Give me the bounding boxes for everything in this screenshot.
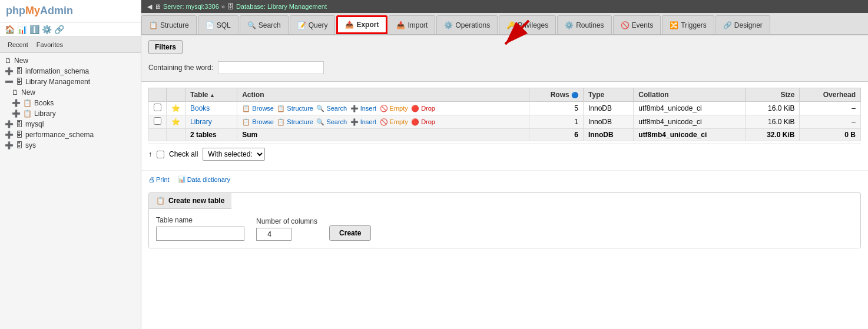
- home-icon[interactable]: 🏠: [5, 25, 15, 34]
- summary-count: 2 tables: [185, 129, 237, 141]
- columns-group: Number of columns 4: [256, 217, 317, 241]
- status-icon[interactable]: 📊: [17, 25, 27, 34]
- sidebar-item-information-schema[interactable]: ➕ 🗄 information_schema: [0, 66, 141, 77]
- empty-books[interactable]: 🚫 Empty: [380, 105, 408, 112]
- search-library[interactable]: 🔍 Search: [316, 118, 347, 126]
- mysql-label[interactable]: mysql: [25, 120, 44, 128]
- library-table-link[interactable]: Library: [190, 118, 212, 126]
- row-size-library: 16.0 KiB: [746, 115, 800, 129]
- row-checkbox-library[interactable]: [149, 115, 167, 129]
- tables-table: Table Action Rows 🔵 Type Collation Size …: [148, 88, 861, 141]
- sidebar-item-new-lib[interactable]: 🗋 New: [0, 87, 141, 98]
- summary-row: 2 tables Sum 6 InnoDB utf8mb4_unicode_ci…: [149, 129, 861, 141]
- create-table-button[interactable]: Create: [329, 225, 371, 241]
- tab-designer[interactable]: 🔗 Designer: [715, 15, 770, 34]
- th-collation: Collation: [634, 88, 746, 102]
- tab-query[interactable]: 📝 Query: [290, 15, 336, 34]
- sidebar-item-sys[interactable]: ➕ 🗄 sys: [0, 140, 141, 151]
- books-table-link[interactable]: Books: [190, 104, 210, 112]
- information-schema-label[interactable]: information_schema: [25, 67, 89, 75]
- th-checkbox: [149, 88, 167, 102]
- insert-library[interactable]: ➕ Insert: [350, 118, 377, 126]
- browse-library[interactable]: 📋 Browse: [242, 118, 274, 126]
- sidebar: phpMyAdmin 🏠 📊 ℹ️ ⚙️ 🔗 Recent Favorites …: [0, 0, 141, 329]
- mysql-icon: 🗄: [16, 120, 23, 128]
- row-fav-library[interactable]: ⭐: [167, 115, 185, 129]
- filters-section: Filters Containing the word:: [141, 35, 868, 82]
- row-fav-books[interactable]: ⭐: [167, 102, 185, 115]
- tab-import[interactable]: 📥 Import: [389, 15, 435, 34]
- designer-icon: 🔗: [723, 21, 732, 29]
- sys-label[interactable]: sys: [25, 141, 36, 149]
- performance-expand-icon: ➕: [5, 131, 14, 139]
- db-expand-icon: ➕: [5, 67, 14, 75]
- row-overhead-library: –: [800, 115, 861, 129]
- check-all-label[interactable]: Check all: [169, 150, 198, 158]
- operations-label: Operations: [455, 21, 490, 29]
- tab-operations[interactable]: ⚙️ Operations: [436, 15, 498, 34]
- with-selected-select[interactable]: With selected: Export Drop: [203, 148, 265, 161]
- search-books[interactable]: 🔍 Search: [316, 105, 347, 112]
- empty-library[interactable]: 🚫 Empty: [380, 118, 408, 126]
- performance-schema-label[interactable]: performance_schema: [25, 131, 94, 139]
- info-icon[interactable]: ℹ️: [29, 25, 39, 34]
- sidebar-item-performance-schema[interactable]: ➕ 🗄 performance_schema: [0, 129, 141, 140]
- tab-privileges[interactable]: 🔑 Privileges: [499, 15, 556, 34]
- columns-spinner: 4: [256, 228, 317, 241]
- tab-favorites[interactable]: Favorites: [34, 39, 66, 50]
- books-label[interactable]: Books: [34, 99, 54, 107]
- settings-icon[interactable]: ⚙️: [42, 25, 52, 34]
- tab-structure[interactable]: 📋 Structure: [141, 15, 197, 34]
- back-icon[interactable]: ◀: [147, 3, 152, 11]
- table-row: ⭐ Books 📋 Browse 📋 Structure 🔍 Search ➕ …: [149, 102, 861, 115]
- row-overhead-books: –: [800, 102, 861, 115]
- tab-routines[interactable]: ⚙️ Routines: [557, 15, 611, 34]
- data-dict-link[interactable]: 📊 Data dictionary: [178, 175, 230, 183]
- drop-library[interactable]: 🔴 Drop: [411, 118, 435, 126]
- table-name-input[interactable]: [156, 227, 244, 241]
- tab-sql[interactable]: 📄 SQL: [198, 15, 238, 34]
- th-overhead: Overhead: [800, 88, 861, 102]
- sidebar-item-mysql[interactable]: ➕ 🗄 mysql: [0, 119, 141, 129]
- library-management-label[interactable]: Library Management: [25, 78, 90, 86]
- library-tbl-label[interactable]: Library: [34, 109, 56, 118]
- check-all-checkbox[interactable]: [157, 151, 164, 158]
- print-link[interactable]: 🖨 Print: [148, 175, 170, 183]
- search-icon: 🔍: [247, 21, 256, 29]
- tab-triggers[interactable]: 🔀 Triggers: [662, 15, 714, 34]
- query-label: Query: [309, 21, 328, 29]
- browse-books[interactable]: 📋 Browse: [242, 105, 274, 112]
- row-collation-library: utf8mb4_unicode_ci: [634, 115, 746, 129]
- sidebar-item-library-tbl[interactable]: ➕ 📋 Library: [0, 108, 141, 119]
- columns-input[interactable]: 4: [256, 228, 291, 241]
- tab-search[interactable]: 🔍 Search: [240, 15, 289, 34]
- summary-sum-label: Sum: [237, 129, 529, 141]
- mysql-expand-icon: ➕: [5, 120, 14, 128]
- table-name-group: Table name: [156, 216, 244, 241]
- row-actions-books: 📋 Browse 📋 Structure 🔍 Search ➕ Insert 🚫…: [237, 102, 529, 115]
- new-root-label[interactable]: New: [14, 57, 28, 65]
- designer-label: Designer: [734, 21, 763, 29]
- row-checkbox-books[interactable]: [149, 102, 167, 115]
- insert-books[interactable]: ➕ Insert: [350, 105, 377, 112]
- new-lib-label[interactable]: New: [21, 88, 35, 97]
- filters-button[interactable]: Filters: [148, 40, 183, 54]
- sidebar-item-books[interactable]: ➕ 📋 Books: [0, 98, 141, 108]
- th-table-name[interactable]: Table: [185, 88, 237, 102]
- create-table-tab-label: Create new table: [168, 197, 224, 205]
- filter-containing-input[interactable]: [218, 61, 324, 74]
- server-link[interactable]: Server: mysql:3306: [163, 3, 219, 10]
- link-icon[interactable]: 🔗: [54, 25, 64, 34]
- database-link[interactable]: Database: Library Management: [236, 3, 327, 10]
- tab-export[interactable]: 📤 Export: [336, 15, 387, 34]
- summary-total-collation: utf8mb4_unicode_ci: [634, 129, 746, 141]
- rows-info-icon[interactable]: 🔵: [571, 92, 578, 98]
- drop-books[interactable]: 🔴 Drop: [411, 105, 435, 112]
- sidebar-item-new-root[interactable]: 🗋 New: [0, 55, 141, 66]
- structure-books[interactable]: 📋 Structure: [277, 105, 313, 112]
- sidebar-item-library-management[interactable]: ➖ 🗄 Library Management: [0, 77, 141, 87]
- create-table-tab[interactable]: 📋 Create new table: [149, 193, 231, 209]
- tab-events[interactable]: 🚫 Events: [613, 15, 661, 34]
- tab-recent[interactable]: Recent: [5, 39, 31, 50]
- structure-library[interactable]: 📋 Structure: [277, 118, 313, 126]
